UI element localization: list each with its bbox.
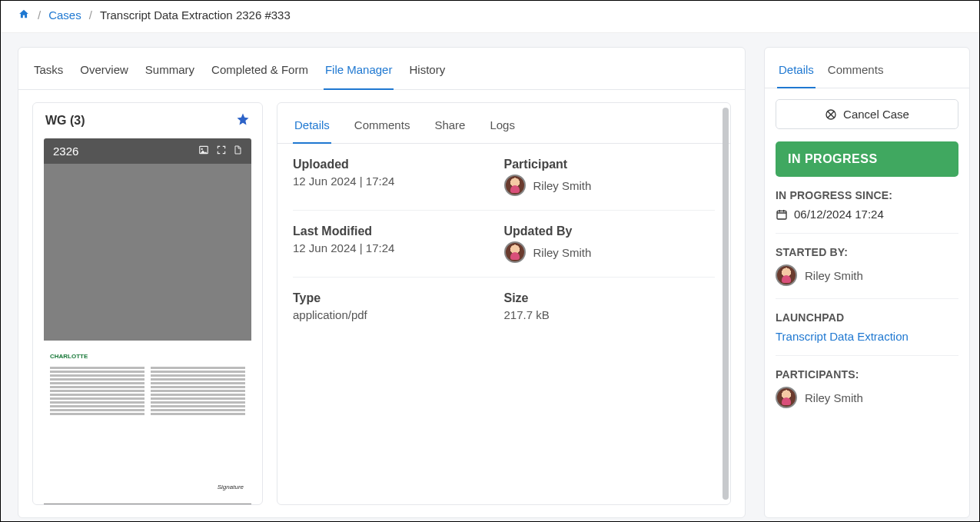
updated-by-user: Riley Smith: [504, 241, 716, 263]
section-in-progress-since: IN PROGRESS SINCE: 06/12/2024 17:24: [776, 189, 958, 234]
tab-summary[interactable]: Summary: [144, 58, 196, 90]
participants-name: Riley Smith: [805, 391, 863, 404]
tab-overview[interactable]: Overview: [78, 58, 130, 90]
pdf-gray-area: [44, 504, 251, 504]
tab-tasks[interactable]: Tasks: [32, 58, 65, 90]
svg-rect-3: [777, 211, 786, 219]
participant-name: Riley Smith: [533, 179, 592, 192]
pdf-gray-area: [44, 164, 251, 341]
tab-completed-form[interactable]: Completed & Form: [210, 58, 310, 90]
avatar-icon: [504, 241, 526, 263]
detail-row-type-size: Type application/pdf Size 217.7 kB: [293, 278, 715, 335]
star-icon[interactable]: [236, 112, 250, 129]
section-participants: PARTICIPANTS: Riley Smith: [776, 368, 958, 421]
section-started-by: STARTED BY: Riley Smith: [776, 246, 958, 299]
sub-tab-comments[interactable]: Comments: [353, 114, 412, 144]
detail-row-uploaded: Uploaded 12 Jun 2024 | 17:24 Participant…: [293, 144, 715, 211]
pdf-page-thumb: CHARLOTTE Signature: [44, 345, 251, 499]
tab-history[interactable]: History: [407, 58, 447, 90]
home-icon[interactable]: [18, 8, 30, 22]
type-label: Type: [293, 291, 504, 305]
breadcrumb: / Cases / Transcript Data Extraction 232…: [1, 1, 979, 33]
uploaded-value: 12 Jun 2024 | 17:24: [293, 175, 504, 188]
launchpad-link[interactable]: Transcript Data Extraction: [776, 330, 909, 343]
pdf-toolbar: 2326: [44, 138, 251, 164]
side-tab-comments[interactable]: Comments: [826, 58, 885, 88]
cancel-label: Cancel Case: [843, 108, 909, 121]
last-modified-label: Last Modified: [293, 224, 504, 238]
side-tab-details[interactable]: Details: [777, 58, 816, 88]
calendar-icon: [776, 208, 788, 221]
main-panel: Tasks Overview Summary Completed & Form …: [18, 47, 746, 518]
uploaded-label: Uploaded: [293, 158, 504, 171]
type-value: application/pdf: [293, 308, 504, 321]
fullscreen-icon[interactable]: [216, 145, 227, 158]
participant-user: Riley Smith: [504, 175, 716, 196]
participant-label: Participant: [504, 158, 716, 171]
sub-tab-logs[interactable]: Logs: [488, 114, 517, 144]
section-launchpad: LAUNCHPAD Transcript Data Extraction: [776, 311, 958, 356]
started-by-name: Riley Smith: [805, 269, 863, 282]
size-label: Size: [504, 291, 716, 305]
size-value: 217.7 kB: [504, 308, 716, 321]
started-by-label: STARTED BY:: [776, 246, 958, 258]
sub-tab-share[interactable]: Share: [433, 114, 467, 144]
cancel-icon: [825, 108, 837, 121]
document-icon[interactable]: [233, 145, 242, 158]
sub-tabs: Details Comments Share Logs: [277, 103, 730, 144]
sub-tab-details[interactable]: Details: [293, 114, 331, 144]
breadcrumb-sep: /: [38, 8, 41, 22]
updated-by-label: Updated By: [504, 224, 716, 238]
pdf-preview[interactable]: 2326 CHARLOTTE: [33, 138, 262, 504]
file-preview-column: WG (3) 2326: [32, 102, 263, 505]
svg-point-1: [201, 148, 203, 150]
side-panel: Details Comments Cancel Case IN PROGRESS…: [764, 47, 970, 518]
cancel-case-button[interactable]: Cancel Case: [776, 99, 958, 129]
pdf-filename: 2326: [53, 145, 78, 158]
in-progress-since-label: IN PROGRESS SINCE:: [776, 189, 958, 201]
details-column: Details Comments Share Logs Uploaded 12 …: [277, 102, 731, 505]
breadcrumb-sep: /: [89, 8, 92, 22]
avatar-icon: [776, 387, 797, 408]
detail-row-modified: Last Modified 12 Jun 2024 | 17:24 Update…: [293, 211, 715, 278]
participants-label: PARTICIPANTS:: [776, 368, 958, 381]
launchpad-label: LAUNCHPAD: [776, 311, 958, 324]
in-progress-since-value: 06/12/2024 17:24: [794, 208, 884, 221]
avatar-icon: [776, 264, 797, 286]
avatar-icon: [504, 175, 526, 196]
status-badge: IN PROGRESS: [776, 141, 958, 177]
breadcrumb-cases[interactable]: Cases: [48, 8, 81, 22]
file-col-title: WG (3): [45, 114, 85, 128]
last-modified-value: 12 Jun 2024 | 17:24: [293, 241, 504, 254]
updated-by-name: Riley Smith: [533, 246, 592, 259]
side-tabs: Details Comments: [765, 48, 969, 88]
tab-file-manager[interactable]: File Manager: [324, 58, 394, 90]
main-tabs: Tasks Overview Summary Completed & Form …: [18, 48, 745, 90]
image-icon[interactable]: [198, 145, 210, 158]
breadcrumb-current: Transcript Data Extraction 2326 #333: [100, 8, 291, 22]
